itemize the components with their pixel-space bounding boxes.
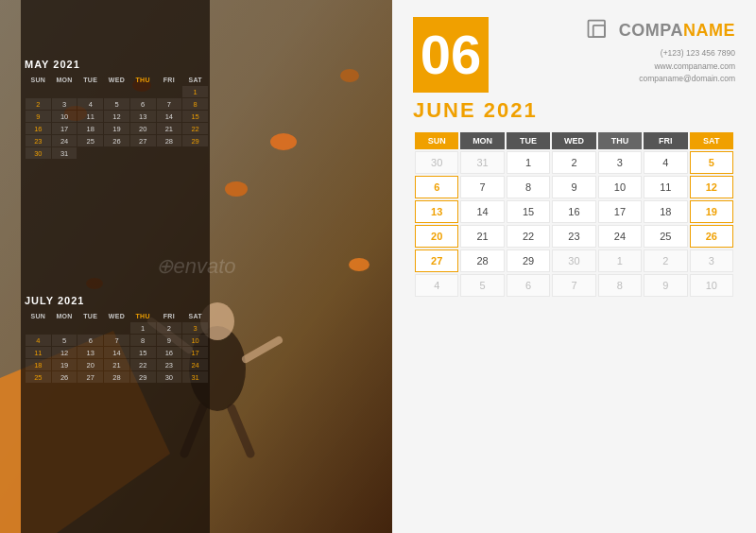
june-cell: 17 (598, 200, 642, 223)
calendar-page: ⊕envato MAY 2021 SUN MON TUE WED THU FRI… (0, 0, 756, 533)
june-cell: 10 (598, 176, 642, 198)
company-logo-icon (585, 17, 611, 43)
june-cell: 14 (460, 200, 504, 223)
may-cell: 4 (77, 98, 103, 110)
june-cell: 30 (552, 249, 595, 272)
may-cell: 14 (157, 111, 182, 122)
header-sun: SUN (415, 132, 458, 149)
header-thu: THU (598, 132, 642, 149)
may-cell: 17 (52, 123, 77, 134)
july-cell (77, 322, 103, 334)
may-thu-header: THU (130, 75, 156, 85)
may-cell (157, 147, 182, 159)
june-cell: 12 (690, 176, 733, 198)
june-cell: 15 (507, 200, 550, 223)
company-info: COMPANAME (+123) 123 456 7890 www.compan… (585, 17, 735, 86)
may-cell (77, 86, 103, 97)
june-cell: 3 (598, 151, 642, 174)
may-cell: 6 (130, 98, 156, 110)
june-cell: 6 (415, 176, 458, 198)
june-cell: 7 (460, 176, 504, 198)
july-sun-header: SUN (26, 311, 51, 321)
june-cell: 18 (644, 200, 687, 223)
july-cell: 13 (77, 347, 103, 358)
june-cell: 1 (507, 151, 550, 174)
july-cell: 22 (130, 359, 156, 370)
july-cell (52, 322, 77, 334)
may-cell: 19 (104, 123, 129, 134)
svg-point-7 (225, 181, 248, 197)
svg-rect-19 (593, 26, 605, 37)
june-cell: 8 (598, 274, 642, 297)
may-cell: 22 (182, 123, 208, 134)
may-fri-header: FRI (157, 75, 182, 85)
may-cell: 23 (26, 135, 51, 146)
may-cell: 12 (104, 111, 129, 122)
july-cell (26, 322, 51, 334)
june-cell: 2 (644, 249, 687, 272)
july-cell: 19 (52, 359, 77, 370)
june-cell: 11 (644, 176, 687, 198)
june-cell: 9 (552, 176, 595, 198)
may-grid: SUN MON TUE WED THU FRI SAT 123456789101… (25, 74, 209, 160)
july-grid: SUN MON TUE WED THU FRI SAT 123456789101… (25, 310, 209, 384)
june-cell: 7 (552, 274, 595, 297)
may-cell: 11 (77, 111, 103, 122)
may-cell: 21 (157, 123, 182, 134)
july-mon-header: MON (52, 311, 77, 321)
may-tue-header: TUE (77, 75, 103, 85)
july-fri-header: FRI (157, 311, 182, 321)
july-cell: 20 (77, 359, 103, 370)
june-cell: 2 (552, 151, 595, 174)
july-cell: 24 (182, 359, 208, 370)
may-cell: 27 (130, 135, 156, 146)
header-mon: MON (460, 132, 504, 149)
right-panel: 06 COMPANAME (+123) 123 456 7890 www.com… (392, 0, 756, 533)
july-cell: 17 (182, 347, 208, 358)
header-fri: FRI (644, 132, 687, 149)
may-cell: 9 (26, 111, 51, 122)
july-cell: 21 (104, 359, 129, 370)
july-cell: 29 (130, 371, 156, 383)
july-cell (104, 322, 129, 334)
june-cell: 4 (644, 151, 687, 174)
july-cell: 14 (104, 347, 129, 358)
june-cell: 19 (690, 200, 733, 223)
june-cell: 21 (460, 225, 504, 248)
june-cell: 30 (415, 151, 458, 174)
may-cell (52, 86, 77, 97)
may-cell: 24 (52, 135, 77, 146)
may-mon-header: MON (52, 75, 77, 85)
company-logo-box: COMPANAME (585, 17, 735, 43)
may-title: MAY 2021 (25, 57, 209, 70)
july-cell: 26 (52, 371, 77, 383)
may-cell: 2 (26, 98, 51, 110)
may-cell: 16 (26, 123, 51, 134)
june-cell: 16 (552, 200, 595, 223)
july-cell: 25 (26, 371, 51, 383)
july-cell: 30 (157, 371, 182, 383)
june-cell: 22 (507, 225, 550, 248)
july-cell: 18 (26, 359, 51, 370)
header-tue: TUE (507, 132, 550, 149)
svg-point-5 (270, 133, 297, 150)
july-wed-header: WED (104, 311, 129, 321)
july-cell: 28 (104, 371, 129, 383)
may-cell: 8 (182, 98, 208, 110)
july-cell: 31 (182, 371, 208, 383)
june-cell: 9 (644, 274, 687, 297)
may-cell: 15 (182, 111, 208, 122)
month-number: 06 (421, 27, 482, 82)
left-panel: ⊕envato MAY 2021 SUN MON TUE WED THU FRI… (0, 0, 392, 533)
month-title: JUNE 2021 (413, 98, 735, 123)
june-cell: 10 (690, 274, 733, 297)
june-cell: 23 (552, 225, 595, 248)
july-tue-header: TUE (77, 311, 103, 321)
june-cell: 13 (415, 200, 458, 223)
july-cell: 15 (130, 347, 156, 358)
june-cell: 5 (690, 151, 733, 174)
july-cell: 23 (157, 359, 182, 370)
company-website: www.companame.com (639, 60, 735, 74)
may-cell (26, 86, 51, 97)
june-cell: 4 (415, 274, 458, 297)
